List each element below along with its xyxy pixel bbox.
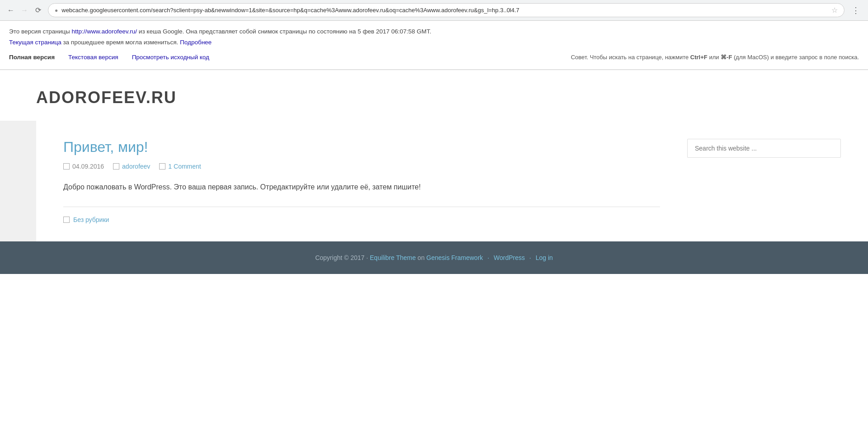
cache-change-notice: Текущая страница за прошедшее время могл… [9,37,859,48]
site-title: ADOROFEEV.RU [36,88,868,107]
post-category-link[interactable]: Без рубрики [73,216,109,223]
cache-intro-line: Это версия страницы http://www.adorofeev… [9,26,859,37]
back-button[interactable]: ← [5,5,16,16]
reload-button[interactable]: ⟳ [33,5,43,16]
cache-intro-suffix: из кеша Google. Она представляет собой с… [137,28,431,35]
bookmark-button[interactable]: ☆ [831,6,838,14]
current-page-link[interactable]: Текущая страница [9,39,61,46]
post-date-item: 04.09.2016 [63,163,104,170]
author-icon [113,163,119,170]
post-title: Привет, мир! [63,139,660,156]
text-version-link[interactable]: Текстовая версия [68,52,118,63]
footer-copyright: Copyright © 2017 · [315,254,370,261]
footer-on-text: on [416,254,426,261]
nav-buttons: ← → ⟳ [5,5,43,16]
post-article: Привет, мир! 04.09.2016 adorofeev 1 [63,139,660,223]
cache-intro-text: Это версия страницы [9,28,72,35]
full-version-label: Полная версия [9,52,55,63]
post-comments-link[interactable]: 1 Comment [168,163,201,170]
sidebar-right [687,139,841,223]
footer-login-link[interactable]: Log in [536,254,553,261]
view-source-link[interactable]: Просмотреть исходный код [132,52,209,63]
footer-cms-link[interactable]: WordPress [494,254,525,261]
content-area: Привет, мир! 04.09.2016 adorofeev 1 [0,121,868,241]
footer-sep2: · [528,254,533,261]
posts-area: Привет, мир! 04.09.2016 adorofeev 1 [63,139,660,223]
cache-banner: Это версия страницы http://www.adorofeev… [0,21,868,70]
url-text: webcache.googleusercontent.com/search?sc… [61,7,828,14]
footer-framework-link[interactable]: Genesis Framework [426,254,483,261]
post-content: Добро пожаловать в WordPress. Это ваша п… [63,181,660,193]
post-comments-item: 1 Comment [159,163,201,170]
cached-url-link[interactable]: http://www.adorofeev.ru/ [72,28,137,35]
post-divider [63,207,660,207]
post-date: 04.09.2016 [72,163,104,170]
comments-icon [159,163,165,170]
site-wrapper: ADOROFEEV.RU Привет, мир! 04.09.2016 [0,70,868,274]
sidebar-left [0,121,36,241]
search-input[interactable] [687,139,841,158]
site-header: ADOROFEEV.RU [0,70,868,121]
post-author-item: adorofeev [113,163,150,170]
more-link[interactable]: Подробнее [180,39,212,46]
cache-options-row: Полная версия Текстовая версия Просмотре… [9,52,859,63]
change-suffix: за прошедшее время могла измениться. [61,39,180,46]
address-bar[interactable]: ● webcache.googleusercontent.com/search?… [48,3,844,17]
forward-button[interactable]: → [19,5,30,16]
post-footer: Без рубрики [63,216,660,223]
category-icon [63,217,70,223]
post-meta: 04.09.2016 adorofeev 1 Comment [63,163,660,170]
main-content-wrapper: Привет, мир! 04.09.2016 adorofeev 1 [36,121,868,241]
footer-sep1: · [486,254,491,261]
browser-chrome: ← → ⟳ ● webcache.googleusercontent.com/s… [0,0,868,21]
search-hint: Совет. Чтобы искать на странице, нажмите… [571,52,859,62]
footer-theme-link[interactable]: Equilibre Theme [370,254,416,261]
browser-menu-button[interactable]: ⋮ [849,5,863,15]
post-author-link[interactable]: adorofeev [122,163,150,170]
lock-icon: ● [55,7,58,14]
site-footer: Copyright © 2017 · Equilibre Theme on Ge… [0,241,868,274]
date-icon [63,163,70,170]
